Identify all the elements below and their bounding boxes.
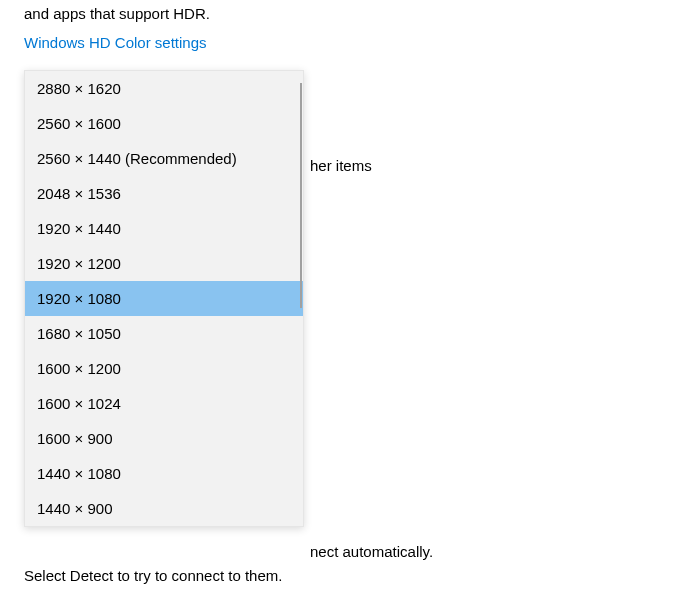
- resolution-option[interactable]: 1920 × 1200: [25, 246, 303, 281]
- resolution-option[interactable]: 1600 × 1024: [25, 386, 303, 421]
- resolution-option[interactable]: 1440 × 900: [25, 491, 303, 526]
- resolution-option[interactable]: 1440 × 1080: [25, 456, 303, 491]
- dropdown-scrollbar[interactable]: [300, 83, 302, 308]
- scale-label-partial: her items: [310, 157, 372, 174]
- resolution-option[interactable]: 2880 × 1620: [25, 71, 303, 106]
- resolution-option[interactable]: 2560 × 1600: [25, 106, 303, 141]
- detect-text-line2: Select Detect to try to connect to them.: [24, 565, 282, 587]
- resolution-option[interactable]: 1600 × 900: [25, 421, 303, 456]
- resolution-option[interactable]: 2048 × 1536: [25, 176, 303, 211]
- resolution-option-selected[interactable]: 1920 × 1080: [25, 281, 303, 316]
- resolution-option[interactable]: 2560 × 1440 (Recommended): [25, 141, 303, 176]
- hdr-description: and apps that support HDR.: [24, 4, 689, 24]
- resolution-dropdown-list[interactable]: 2880 × 1620 2560 × 1600 2560 × 1440 (Rec…: [24, 70, 304, 527]
- resolution-option[interactable]: 1920 × 1440: [25, 211, 303, 246]
- resolution-option[interactable]: 1600 × 1200: [25, 351, 303, 386]
- resolution-option[interactable]: 1680 × 1050: [25, 316, 303, 351]
- detect-text-partial: nect automatically.: [310, 543, 433, 560]
- hd-color-settings-link[interactable]: Windows HD Color settings: [24, 34, 207, 51]
